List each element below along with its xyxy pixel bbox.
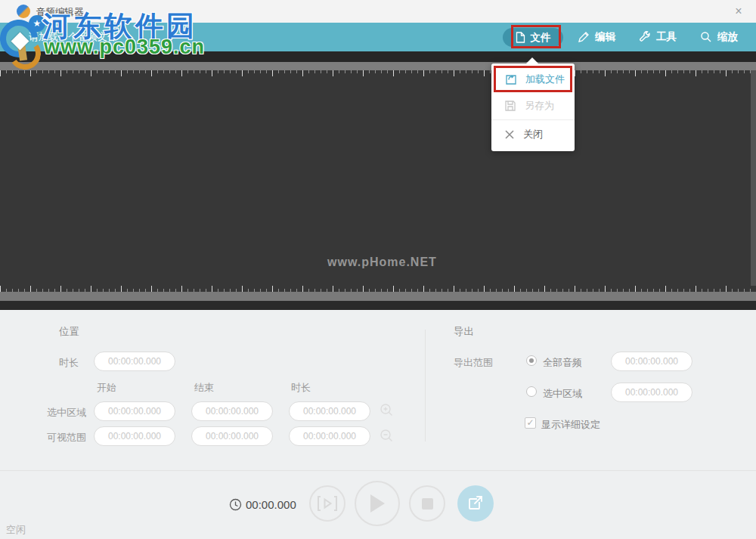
zoom-in-icon bbox=[380, 403, 394, 417]
selection-row-label: 选中区域 bbox=[47, 406, 86, 420]
menu-item-load-file-label: 加载文件 bbox=[525, 73, 565, 86]
menu-item-save-as-label: 另存为 bbox=[525, 99, 554, 113]
save-icon bbox=[504, 100, 516, 112]
radio-export-all[interactable] bbox=[526, 355, 537, 366]
panel-divider bbox=[425, 330, 426, 441]
stop-button[interactable] bbox=[409, 485, 445, 522]
pencil-icon bbox=[578, 31, 590, 43]
timeline-ruler-top bbox=[0, 62, 756, 70]
selection-duration-input[interactable] bbox=[289, 401, 370, 421]
menu-zoom-button[interactable]: 缩放 bbox=[700, 23, 738, 51]
playback-time: 00:00.000 bbox=[246, 498, 296, 511]
col-header-duration: 时长 bbox=[291, 381, 311, 395]
load-file-icon bbox=[504, 73, 517, 85]
selection-start-input[interactable] bbox=[94, 401, 175, 421]
status-text: 空闲 bbox=[6, 523, 26, 537]
window-close-icon[interactable]: × bbox=[730, 3, 747, 20]
play-button[interactable] bbox=[355, 481, 400, 526]
zoom-out-icon bbox=[380, 429, 394, 443]
menu-item-save-as[interactable]: 另存为 bbox=[491, 92, 575, 119]
magnifier-icon bbox=[700, 31, 712, 43]
radio-export-all-label: 全部音频 bbox=[543, 356, 582, 370]
app-icon bbox=[17, 5, 30, 18]
visible-duration-input[interactable] bbox=[289, 426, 370, 446]
export-icon bbox=[467, 495, 484, 512]
ruler-ticks-bottom-major bbox=[0, 286, 756, 292]
load-hint-text: 请加载一个音频文件 bbox=[29, 23, 117, 51]
export-range-label: 导出范围 bbox=[454, 356, 493, 370]
clock-icon bbox=[229, 498, 242, 514]
selection-end-input[interactable] bbox=[191, 401, 273, 421]
zoom-in-button[interactable] bbox=[380, 403, 394, 417]
menu-zoom-label: 缩放 bbox=[717, 30, 738, 44]
menu-bar: 请加载一个音频文件 文件 编辑 工具 缩放 bbox=[0, 23, 756, 51]
menu-edit-button[interactable]: 编辑 bbox=[578, 23, 615, 51]
duration-input[interactable] bbox=[94, 352, 175, 371]
export-button[interactable] bbox=[457, 485, 494, 522]
position-section-title: 位置 bbox=[59, 325, 79, 339]
play-selection-button[interactable] bbox=[309, 485, 345, 522]
file-menu-dropdown: 加载文件 另存为 关闭 bbox=[491, 64, 575, 151]
radio-export-selection-label: 选中区域 bbox=[543, 387, 582, 401]
vertical-scrollbar[interactable] bbox=[751, 70, 756, 286]
export-selection-time-input[interactable] bbox=[611, 383, 692, 402]
menu-file-button[interactable]: 文件 bbox=[503, 28, 563, 47]
visible-end-input[interactable] bbox=[191, 426, 273, 446]
ruler-ticks-top-major bbox=[0, 70, 756, 76]
transport-bar: 00:00.000 空闲 bbox=[0, 470, 756, 539]
menu-file-label: 文件 bbox=[531, 31, 551, 45]
menu-item-load-file[interactable]: 加载文件 bbox=[491, 66, 575, 92]
waveform-watermark: www.pHome.NET bbox=[327, 256, 437, 269]
waveform-area[interactable]: www.pHome.NET bbox=[0, 51, 756, 310]
dropdown-separator bbox=[491, 119, 575, 120]
radio-export-selection[interactable] bbox=[526, 386, 537, 397]
file-icon bbox=[516, 32, 525, 43]
menu-edit-label: 编辑 bbox=[595, 30, 615, 44]
menu-item-close[interactable]: 关闭 bbox=[491, 121, 575, 147]
col-header-start: 开始 bbox=[97, 381, 116, 395]
col-header-end: 结束 bbox=[194, 381, 214, 395]
play-icon bbox=[369, 494, 386, 513]
duration-label: 时长 bbox=[59, 356, 79, 370]
waveform-bottom-strip bbox=[0, 301, 756, 310]
visible-start-input[interactable] bbox=[94, 426, 175, 446]
show-detail-checkbox-label: 显示详细设定 bbox=[541, 418, 600, 432]
window-title: 音频编辑器 bbox=[36, 6, 84, 19]
show-detail-checkbox[interactable]: ✓ bbox=[525, 417, 536, 429]
menu-tools-button[interactable]: 工具 bbox=[639, 23, 677, 51]
stop-icon bbox=[422, 498, 433, 510]
wrench-icon bbox=[639, 31, 651, 43]
zoom-out-button[interactable] bbox=[380, 429, 394, 443]
export-section-title: 导出 bbox=[454, 325, 474, 339]
title-bar: 音频编辑器 × bbox=[0, 0, 756, 23]
menu-tools-label: 工具 bbox=[656, 30, 677, 44]
app-window: 音频编辑器 × 请加载一个音频文件 文件 编辑 工具 缩放 www.pHome.… bbox=[0, 0, 756, 539]
waveform-top-strip bbox=[0, 51, 756, 62]
close-icon bbox=[504, 129, 515, 140]
timeline-ruler-bottom bbox=[0, 292, 756, 301]
visible-row-label: 可视范围 bbox=[47, 431, 86, 445]
export-all-time-input[interactable] bbox=[611, 352, 692, 371]
menu-item-close-label: 关闭 bbox=[523, 128, 543, 141]
play-selection-icon bbox=[318, 496, 337, 511]
dropdown-arrow bbox=[526, 57, 538, 64]
